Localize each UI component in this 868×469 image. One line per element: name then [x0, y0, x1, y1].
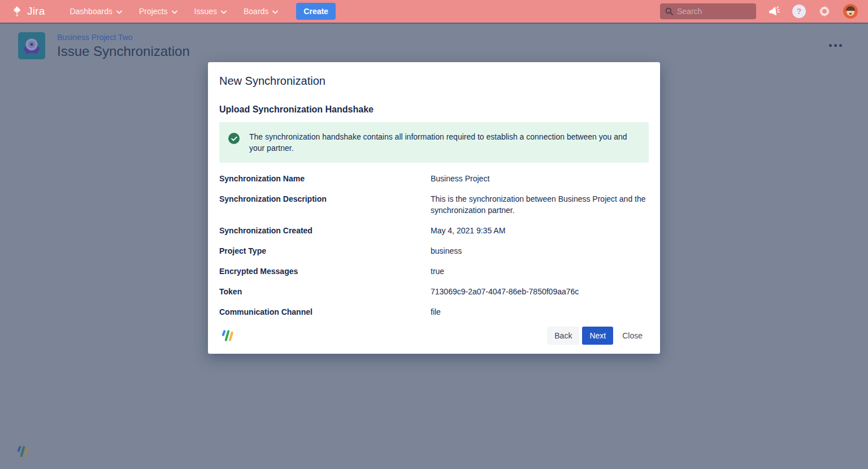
- field-value: Business Project: [431, 173, 489, 184]
- page-header: Business Project Two Issue Synchronizati…: [18, 32, 190, 59]
- field-label: Synchronization Name: [219, 173, 431, 184]
- nav-issues[interactable]: Issues: [194, 7, 227, 16]
- nav-issues-label: Issues: [194, 7, 217, 16]
- nav-dashboards-label: Dashboards: [70, 7, 112, 16]
- dialog-section-heading: Upload Synchronization Handshake: [219, 105, 649, 115]
- help-icon: ?: [792, 5, 806, 18]
- field-row-created: Synchronization Created May 4, 2021 9:35…: [219, 225, 649, 236]
- more-options-button[interactable]: [826, 41, 845, 50]
- user-menu-button[interactable]: [843, 4, 858, 19]
- field-label: Communication Channel: [219, 306, 431, 318]
- chevron-down-icon: [221, 7, 227, 16]
- main-navigation: Dashboards Projects Issues Boards: [70, 7, 278, 16]
- info-message: The synchronization handshake contains a…: [249, 131, 639, 154]
- field-row-project-type: Project Type business: [219, 245, 649, 257]
- field-label: Synchronization Description: [219, 193, 431, 216]
- settings-button[interactable]: [818, 5, 831, 18]
- field-row-description: Synchronization Description This is the …: [219, 193, 649, 216]
- field-value: This is the synchronization between Busi…: [431, 193, 646, 216]
- field-label: Project Type: [219, 245, 431, 257]
- field-row-name: Synchronization Name Business Project: [219, 173, 649, 184]
- field-label: Encrypted Messages: [219, 266, 431, 277]
- field-value: business: [431, 245, 462, 257]
- user-avatar: [843, 4, 858, 19]
- field-value: 713069c9-2a07-4047-86eb-7850f09aa76c: [431, 286, 579, 297]
- field-value: May 4, 2021 9:35 AM: [431, 225, 505, 236]
- next-button[interactable]: Next: [582, 327, 613, 345]
- jira-logo[interactable]: Jira: [11, 5, 45, 18]
- create-button[interactable]: Create: [296, 3, 336, 20]
- top-navbar: Jira Dashboards Projects Issues Boards C…: [0, 0, 868, 23]
- nav-projects-label: Projects: [139, 7, 168, 16]
- search-input[interactable]: [677, 7, 751, 16]
- page-header-text: Business Project Two Issue Synchronizati…: [57, 33, 190, 59]
- chevron-down-icon: [272, 7, 278, 16]
- field-label: Synchronization Created: [219, 225, 431, 236]
- search-box[interactable]: [660, 3, 756, 19]
- nav-dashboards[interactable]: Dashboards: [70, 7, 122, 16]
- breadcrumb-project-link[interactable]: Business Project Two: [57, 33, 190, 42]
- field-row-channel: Communication Channel file: [219, 306, 649, 318]
- megaphone-icon: [767, 5, 782, 19]
- close-button[interactable]: Close: [616, 327, 649, 345]
- success-info-panel: The synchronization handshake contains a…: [219, 122, 649, 163]
- check-circle-icon: [228, 133, 240, 144]
- field-label: Token: [219, 286, 431, 297]
- new-synchronization-dialog: New Synchronization Upload Synchronizati…: [208, 62, 660, 354]
- project-avatar-icon: [18, 32, 45, 59]
- dialog-actions: Back Next Close: [547, 327, 649, 345]
- ellipsis-icon: [829, 44, 832, 47]
- nav-projects[interactable]: Projects: [139, 7, 177, 16]
- navbar-right: ?: [660, 3, 858, 19]
- chevron-down-icon: [172, 7, 177, 16]
- field-row-encrypted: Encrypted Messages true: [219, 266, 649, 277]
- field-value: true: [431, 266, 444, 277]
- nav-boards-label: Boards: [244, 7, 268, 16]
- page-title: Issue Synchronization: [57, 44, 190, 59]
- chevron-down-icon: [116, 7, 122, 16]
- dialog-footer: Back Next Close: [219, 327, 649, 345]
- search-icon: [665, 7, 673, 15]
- app-slashes-logo-icon: [219, 329, 234, 342]
- nav-boards[interactable]: Boards: [244, 7, 278, 16]
- app-slashes-logo-dimmed-icon: [15, 445, 29, 460]
- dialog-title: New Synchronization: [219, 75, 649, 88]
- gear-icon: [818, 5, 831, 18]
- synchronization-summary: Synchronization Name Business Project Sy…: [219, 173, 649, 318]
- help-button[interactable]: ?: [792, 5, 806, 18]
- field-value: file: [431, 306, 441, 318]
- back-button[interactable]: Back: [547, 327, 579, 345]
- announcements-button[interactable]: [768, 5, 780, 18]
- jira-mark-icon: [11, 6, 23, 18]
- field-row-token: Token 713069c9-2a07-4047-86eb-7850f09aa7…: [219, 286, 649, 297]
- brand-name: Jira: [27, 5, 45, 18]
